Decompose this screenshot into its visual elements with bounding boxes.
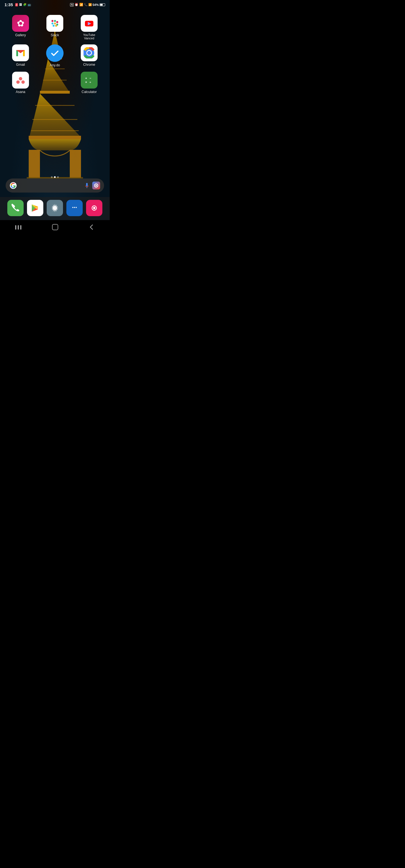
app-anydo[interactable]: Any.do — [40, 44, 70, 67]
gallery-label: Gallery — [15, 33, 26, 37]
search-bar-container[interactable] — [0, 179, 110, 197]
svg-rect-55 — [20, 225, 21, 230]
battery-text: 54% — [92, 3, 99, 6]
messages-icon — [70, 204, 79, 213]
asana-label: Asana — [16, 90, 25, 94]
back-button[interactable] — [83, 223, 100, 232]
nfc-icon: N — [70, 3, 74, 6]
youtube-vanced-label: YouTube Vanced — [83, 33, 95, 40]
chrome-icon — [81, 44, 97, 61]
svg-point-33 — [19, 77, 22, 81]
wifi-icon: 📶 — [79, 3, 83, 6]
alarm-icon: ⏰ — [75, 3, 79, 6]
slack-icon — [47, 15, 63, 32]
play-store-icon — [31, 204, 40, 213]
time-display: 1:35 — [4, 2, 13, 7]
mic-icon[interactable] — [84, 182, 90, 189]
svg-rect-20 — [56, 21, 58, 23]
svg-point-49 — [76, 207, 77, 208]
app-empty — [40, 72, 70, 94]
svg-text:×: × — [85, 81, 87, 84]
app-slack[interactable]: Slack — [40, 15, 70, 40]
anydo-icon — [46, 44, 63, 62]
page-dot-2 — [54, 176, 56, 178]
status-bar: 1:35 Z 🖼 🧩 📺 N ⏰ 📶 📞 📶 54% — [0, 0, 110, 8]
gallery-notif-icon: 🖼 — [19, 3, 22, 6]
gmail-icon — [12, 44, 29, 61]
screen-record-icon — [90, 204, 99, 213]
signal-icon: 📶 — [88, 3, 92, 6]
dock-play-store[interactable] — [27, 200, 43, 216]
battery-indicator — [99, 3, 105, 6]
svg-point-47 — [72, 207, 74, 208]
app-youtube-vanced[interactable]: YouTube Vanced — [74, 15, 104, 40]
slack-label: Slack — [51, 33, 59, 37]
settings-icon — [51, 204, 59, 212]
dock-screen-record[interactable] — [86, 200, 103, 216]
svg-point-48 — [74, 207, 75, 208]
svg-rect-53 — [15, 225, 16, 230]
calculator-icon: + − × ÷ — [81, 72, 97, 89]
page-dot-3 — [57, 176, 59, 178]
extension-notif-icon: 🧩 — [23, 3, 26, 6]
dock-phone[interactable] — [7, 200, 24, 216]
google-g-icon — [9, 182, 17, 189]
svg-text:−: − — [89, 76, 91, 80]
svg-point-35 — [21, 81, 25, 84]
nav-bar — [0, 220, 110, 237]
app-gallery[interactable]: ✿ Gallery — [6, 15, 35, 40]
app-chrome[interactable]: Chrome — [74, 44, 104, 67]
app-calculator[interactable]: + − × ÷ Calculator — [74, 72, 104, 94]
gmail-label: Gmail — [16, 63, 25, 67]
app-grid: ✿ Gallery Slack — [0, 8, 110, 98]
google-search-bar[interactable] — [6, 179, 104, 192]
page-dots — [0, 175, 110, 179]
page-dot-1 — [51, 176, 53, 178]
app-gmail[interactable]: Gmail — [6, 44, 35, 67]
svg-point-42 — [96, 185, 97, 186]
asana-icon — [12, 72, 29, 89]
zomato-notif-icon: Z — [15, 3, 18, 6]
anydo-label: Any.do — [50, 63, 60, 67]
gallery-icon: ✿ — [12, 15, 29, 32]
svg-rect-17 — [52, 23, 53, 25]
svg-text:+: + — [85, 76, 87, 80]
app-asana[interactable]: Asana — [6, 72, 35, 94]
cast-notif-icon: 📺 — [28, 3, 31, 6]
svg-rect-23 — [55, 25, 57, 27]
svg-rect-19 — [54, 23, 56, 25]
phone-icon — [11, 204, 20, 212]
status-right: N ⏰ 📶 📞 📶 54% — [70, 3, 105, 6]
calculator-label: Calculator — [82, 90, 97, 94]
svg-point-52 — [93, 207, 95, 209]
google-lens-icon[interactable] — [92, 182, 100, 189]
search-right-icons — [84, 182, 100, 189]
svg-rect-21 — [53, 25, 55, 27]
chrome-label: Chrome — [83, 63, 95, 67]
svg-rect-56 — [52, 224, 58, 230]
dock-messages[interactable] — [66, 200, 83, 216]
call-icon: 📞 — [84, 3, 87, 6]
home-button[interactable] — [47, 223, 64, 233]
status-left: 1:35 Z 🖼 🧩 📺 — [4, 2, 31, 7]
svg-rect-18 — [54, 20, 56, 22]
svg-point-34 — [16, 81, 20, 84]
youtube-vanced-icon — [81, 15, 97, 32]
dock-settings[interactable] — [47, 200, 63, 216]
dock — [0, 197, 110, 220]
svg-text:÷: ÷ — [89, 81, 91, 84]
svg-rect-16 — [52, 20, 53, 22]
svg-rect-54 — [18, 225, 19, 230]
svg-point-32 — [87, 51, 91, 55]
recent-apps-button[interactable] — [9, 223, 27, 232]
